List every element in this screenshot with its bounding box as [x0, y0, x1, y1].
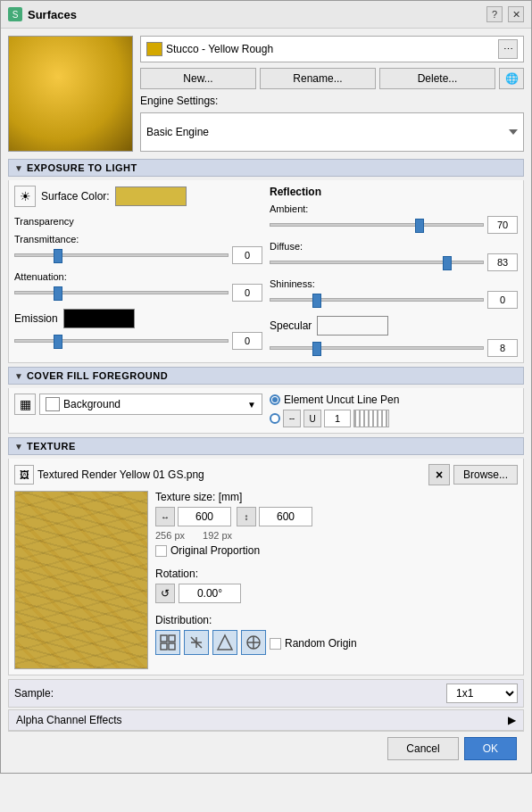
texture-filename: Textured Render Yellow 01 GS.png	[37, 468, 425, 481]
specular-swatch[interactable]	[317, 316, 388, 336]
emission-swatch[interactable]	[63, 309, 135, 328]
background-dropdown[interactable]: Background ▼	[39, 394, 262, 415]
material-buttons-row: New... Rename... Delete... 🌐	[140, 68, 524, 89]
sample-row: Sample: 1x1 2x2 4x4	[8, 679, 524, 708]
dist-btn-1[interactable]	[155, 630, 180, 655]
diffuse-group: Diffuse: 83	[270, 241, 518, 271]
dist-btn-4[interactable]	[241, 630, 266, 655]
line-tools: ╌ U	[270, 410, 518, 427]
exposure-header[interactable]: ▼ EXPOSURE TO LIGHT	[8, 159, 524, 177]
radio-row: Element Uncut Line Pen	[270, 394, 518, 406]
transmittance-slider[interactable]	[14, 253, 229, 257]
ambient-group: Ambient: 70	[270, 203, 518, 234]
texture-file-icon: 🖼	[14, 465, 34, 485]
line-pen-area: Element Uncut Line Pen ╌ U	[270, 394, 518, 427]
line-value[interactable]	[324, 410, 351, 427]
texture-main-row: Texture size: [mm] ↔ ↕	[14, 491, 518, 669]
diffuse-slider[interactable]	[270, 261, 484, 264]
rename-button[interactable]: Rename...	[260, 68, 376, 89]
height-input[interactable]	[259, 507, 312, 526]
ambient-value: 70	[487, 216, 518, 234]
attenuation-value: 0	[232, 284, 262, 302]
texture-header[interactable]: ▼ TEXTURE	[8, 437, 524, 455]
ok-button[interactable]: OK	[464, 737, 517, 760]
width-icon: ↔	[155, 507, 175, 526]
dist-btn-2[interactable]	[184, 630, 209, 655]
proportion-checkbox[interactable]	[155, 545, 167, 557]
bg-swatch	[46, 397, 60, 411]
exposure-section: ▼ EXPOSURE TO LIGHT ☀ Surface Color: Tra…	[8, 159, 524, 363]
bottom-row: Cancel OK	[8, 731, 524, 766]
size-label: Texture size: [mm]	[155, 491, 518, 503]
main-content: Stucco - Yellow Rough ⋯ New... Rename...…	[1, 29, 531, 773]
material-color-swatch[interactable]	[146, 42, 162, 56]
engine-settings-label: Engine Settings:	[140, 95, 218, 107]
radio-element-uncut[interactable]	[270, 394, 280, 405]
specular-slider[interactable]	[270, 346, 484, 350]
preview-sphere	[9, 37, 132, 151]
emission-label: Emission	[14, 312, 58, 325]
ambient-slider[interactable]	[270, 223, 484, 227]
attenuation-slider[interactable]	[14, 291, 229, 294]
emission-value: 0	[232, 332, 262, 350]
texture-section: ▼ TEXTURE 🖼 Textured Render Yellow 01 GS…	[8, 437, 524, 675]
radio-other[interactable]	[270, 413, 280, 424]
transmittance-value: 0	[232, 246, 262, 264]
random-origin-checkbox[interactable]	[270, 638, 281, 650]
cover-section: ▼ COVER FILL FOREGROUND ▦ Background ▼	[8, 367, 524, 434]
cover-arrow: ▼	[14, 371, 23, 381]
texture-close-button[interactable]: ×	[428, 464, 450, 485]
window-title: Surfaces	[28, 8, 77, 21]
alpha-channel-row[interactable]: Alpha Channel Effects ▶	[8, 709, 524, 731]
attenuation-label: Attenuation:	[14, 271, 262, 282]
app-icon: S	[8, 7, 22, 21]
cover-left: ▦ Background ▼	[14, 394, 262, 415]
engine-select[interactable]: Basic Engine	[140, 112, 524, 152]
texture-arrow: ▼	[14, 442, 23, 452]
diffuse-value: 83	[487, 253, 518, 271]
sample-select[interactable]: 1x1 2x2 4x4	[446, 684, 518, 703]
left-col: ☀ Surface Color: Transparency Transmitta…	[14, 186, 262, 357]
rotation-section: Rotation: ↺	[155, 568, 518, 609]
diffuse-label: Diffuse:	[270, 241, 518, 252]
shininess-group: Shininess: 0	[270, 278, 518, 309]
transparency-group: Transparency	[14, 216, 262, 227]
radio-label: Element Uncut Line Pen	[284, 394, 399, 406]
height-icon: ↕	[237, 507, 256, 526]
svg-rect-2	[161, 643, 167, 650]
random-origin-label: Random Origin	[285, 637, 357, 650]
cancel-button[interactable]: Cancel	[387, 737, 458, 760]
surface-color-swatch[interactable]	[115, 186, 187, 206]
surface-icon: ☀	[14, 186, 36, 207]
texture-right: Texture size: [mm] ↔ ↕	[155, 491, 518, 669]
close-button[interactable]: ✕	[508, 6, 524, 22]
line-tool-u[interactable]: U	[303, 410, 321, 427]
help-button[interactable]: ?	[486, 6, 503, 22]
surfaces-window: S Surfaces ? ✕ Stucco - Yellow Rough ⋯ N…	[0, 0, 532, 774]
dist-btn-3[interactable]	[212, 630, 237, 655]
bg-label: Background	[63, 398, 244, 410]
browse-button[interactable]: Browse...	[453, 465, 518, 485]
svg-rect-1	[169, 635, 175, 642]
proportion-label: Original Proportion	[170, 544, 260, 557]
emission-slider[interactable]	[14, 339, 229, 343]
line-tool-dash[interactable]: ╌	[283, 410, 301, 427]
distribution-label: Distribution:	[155, 614, 518, 626]
material-preview	[8, 36, 133, 152]
cover-content: ▦ Background ▼ Element Uncut Line Pen	[8, 388, 524, 434]
width-input[interactable]	[178, 507, 231, 526]
specular-label: Specular	[270, 319, 312, 332]
shininess-slider[interactable]	[270, 298, 484, 302]
rotation-input[interactable]	[179, 584, 241, 603]
cover-header[interactable]: ▼ COVER FILL FOREGROUND	[8, 367, 524, 385]
line-pattern[interactable]	[353, 410, 389, 427]
material-name-row: Stucco - Yellow Rough ⋯	[140, 36, 524, 62]
material-options-button[interactable]: ⋯	[498, 39, 518, 59]
cover-icon: ▦	[14, 394, 36, 415]
top-row: Stucco - Yellow Rough ⋯ New... Rename...…	[8, 36, 524, 152]
globe-button[interactable]: 🌐	[499, 68, 524, 89]
new-button[interactable]: New...	[140, 68, 256, 89]
surface-color-label: Surface Color:	[41, 190, 110, 203]
titlebar: S Surfaces ? ✕	[1, 1, 531, 29]
delete-button[interactable]: Delete...	[379, 68, 495, 89]
